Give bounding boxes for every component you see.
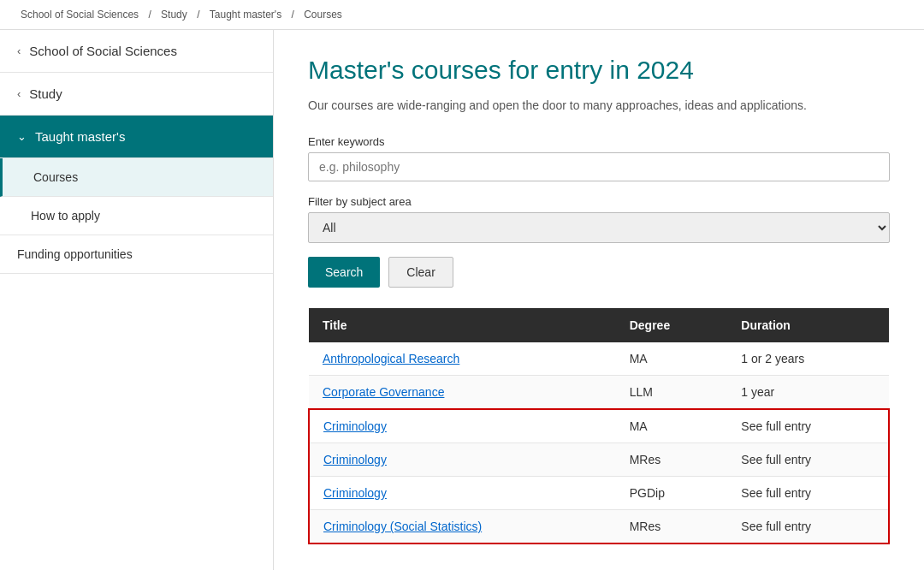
course-degree-cell: MRes [616, 443, 728, 477]
breadcrumb-taught[interactable]: Taught master's [210, 9, 281, 21]
courses-table-wrapper: Title Degree Duration Anthropological Re… [308, 308, 890, 544]
course-title-cell: Corporate Governance [309, 376, 616, 410]
sidebar-subitem-courses-label: Courses [33, 170, 78, 184]
breadcrumb-school[interactable]: School of Social Sciences [21, 9, 139, 21]
breadcrumb-courses: Courses [304, 9, 342, 21]
sidebar-subitem-courses[interactable]: Courses [0, 158, 273, 197]
course-title-cell: Anthropological Research [309, 342, 616, 376]
filter-label: Filter by subject area [308, 195, 890, 208]
course-title-cell: Criminology [309, 477, 616, 510]
page-subtitle: Our courses are wide-ranging and open th… [308, 97, 890, 115]
table-row: CriminologyMResSee full entry [309, 443, 889, 477]
page-title: Master's courses for entry in 2024 [308, 56, 890, 85]
course-title-link[interactable]: Criminology [323, 419, 387, 433]
breadcrumb-sep-3: / [291, 9, 297, 21]
courses-table: Title Degree Duration Anthropological Re… [308, 308, 890, 544]
keyword-label: Enter keywords [308, 135, 890, 148]
course-duration-cell: See full entry [727, 409, 889, 443]
course-title-link[interactable]: Criminology [323, 486, 387, 500]
course-degree-cell: LLM [616, 376, 728, 410]
course-duration-cell: 1 year [727, 376, 889, 410]
subject-area-select[interactable]: All Anthropology Criminology Governance … [308, 212, 890, 243]
sidebar-item-study-label: Study [29, 86, 62, 101]
course-degree-cell: PGDip [616, 477, 728, 510]
breadcrumb: School of Social Sciences / Study / Taug… [0, 0, 924, 30]
course-title-cell: Criminology (Social Statistics) [309, 510, 616, 544]
page-layout: ‹ School of Social Sciences ‹ Study ⌄ Ta… [0, 30, 924, 570]
table-row: Corporate GovernanceLLM1 year [309, 376, 889, 410]
chevron-down-icon: ⌄ [17, 130, 27, 143]
sidebar-item-study[interactable]: ‹ Study [0, 73, 273, 116]
breadcrumb-sep-1: / [148, 9, 154, 21]
chevron-left-icon-study: ‹ [17, 87, 21, 100]
course-degree-cell: MRes [616, 510, 728, 544]
sidebar-funding-label: Funding opportunities [17, 247, 133, 261]
breadcrumb-study[interactable]: Study [161, 9, 187, 21]
course-title-link[interactable]: Criminology (Social Statistics) [323, 520, 482, 533]
breadcrumb-sep-2: / [197, 9, 203, 21]
sidebar-subitem-apply-label: How to apply [31, 209, 100, 223]
sidebar-item-school[interactable]: ‹ School of Social Sciences [0, 30, 273, 73]
sidebar-item-taught-masters[interactable]: ⌄ Taught master's [0, 116, 273, 158]
course-title-link[interactable]: Criminology [323, 453, 387, 466]
sidebar-item-school-label: School of Social Sciences [29, 44, 177, 58]
keyword-input[interactable] [308, 152, 890, 181]
col-degree: Degree [616, 308, 728, 342]
col-duration: Duration [727, 308, 889, 342]
search-button[interactable]: Search [308, 257, 380, 288]
clear-button[interactable]: Clear [388, 257, 453, 288]
col-title: Title [309, 308, 616, 342]
table-row: CriminologyMASee full entry [309, 409, 889, 443]
chevron-left-icon: ‹ [17, 45, 21, 57]
search-form: Enter keywords Filter by subject area Al… [308, 135, 890, 288]
course-degree-cell: MA [616, 342, 728, 376]
sidebar-item-taught-label: Taught master's [35, 129, 125, 144]
sidebar-item-funding[interactable]: Funding opportunities [0, 235, 273, 274]
sidebar: ‹ School of Social Sciences ‹ Study ⌄ Ta… [0, 30, 274, 570]
button-row: Search Clear [308, 257, 890, 288]
course-duration-cell: See full entry [727, 443, 889, 477]
table-header-row: Title Degree Duration [309, 308, 889, 342]
course-title-link[interactable]: Corporate Governance [323, 385, 444, 399]
course-title-link[interactable]: Anthropological Research [323, 352, 459, 365]
table-row: CriminologyPGDipSee full entry [309, 477, 889, 510]
course-title-cell: Criminology [309, 409, 616, 443]
table-row: Anthropological ResearchMA1 or 2 years [309, 342, 889, 376]
sidebar-subitem-how-to-apply[interactable]: How to apply [0, 197, 273, 235]
table-row: Criminology (Social Statistics)MResSee f… [309, 510, 889, 544]
course-degree-cell: MA [616, 409, 728, 443]
course-duration-cell: See full entry [727, 477, 889, 510]
course-duration-cell: See full entry [727, 510, 889, 544]
main-content: Master's courses for entry in 2024 Our c… [274, 30, 924, 570]
course-duration-cell: 1 or 2 years [727, 342, 889, 376]
course-title-cell: Criminology [309, 443, 616, 477]
